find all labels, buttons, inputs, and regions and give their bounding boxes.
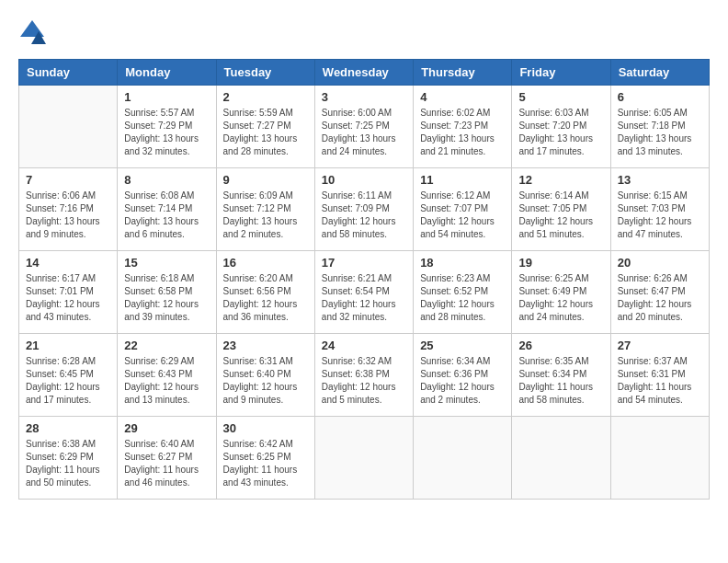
calendar-cell: 28Sunrise: 6:38 AMSunset: 6:29 PMDayligh… — [19, 417, 118, 500]
day-info: Sunrise: 6:40 AMSunset: 6:27 PMDaylight:… — [124, 438, 209, 489]
calendar-cell: 11Sunrise: 6:12 AMSunset: 7:07 PMDayligh… — [414, 168, 512, 251]
day-info: Sunrise: 6:20 AMSunset: 6:56 PMDaylight:… — [223, 272, 308, 324]
day-number: 5 — [518, 90, 603, 104]
svg-marker-0 — [20, 20, 44, 37]
weekday-header: Friday — [512, 60, 610, 86]
weekday-header: Thursday — [414, 60, 512, 86]
day-info: Sunrise: 6:28 AMSunset: 6:45 PMDaylight:… — [26, 355, 110, 407]
calendar-cell: 13Sunrise: 6:15 AMSunset: 7:03 PMDayligh… — [610, 168, 709, 251]
day-number: 29 — [124, 421, 209, 435]
calendar-cell — [512, 417, 610, 500]
day-info: Sunrise: 6:38 AMSunset: 6:29 PMDaylight:… — [26, 438, 110, 489]
day-number: 1 — [124, 90, 209, 104]
calendar-cell: 21Sunrise: 6:28 AMSunset: 6:45 PMDayligh… — [19, 334, 118, 417]
day-info: Sunrise: 6:34 AMSunset: 6:36 PMDaylight:… — [420, 355, 505, 407]
calendar-cell: 22Sunrise: 6:29 AMSunset: 6:43 PMDayligh… — [118, 334, 216, 417]
logo-icon — [18, 18, 46, 50]
calendar-cell — [610, 417, 709, 500]
calendar-cell: 25Sunrise: 6:34 AMSunset: 6:36 PMDayligh… — [414, 334, 512, 417]
day-number: 20 — [618, 256, 702, 270]
day-info: Sunrise: 6:37 AMSunset: 6:31 PMDaylight:… — [618, 355, 702, 407]
day-number: 12 — [518, 173, 603, 187]
day-info: Sunrise: 6:11 AMSunset: 7:09 PMDaylight:… — [322, 190, 406, 241]
day-number: 19 — [518, 256, 603, 270]
calendar-week-row: 28Sunrise: 6:38 AMSunset: 6:29 PMDayligh… — [19, 417, 710, 500]
calendar-week-row: 7Sunrise: 6:06 AMSunset: 7:16 PMDaylight… — [19, 168, 710, 251]
day-number: 28 — [26, 421, 110, 435]
calendar-table: SundayMondayTuesdayWednesdayThursdayFrid… — [18, 59, 710, 500]
calendar-cell: 18Sunrise: 6:23 AMSunset: 6:52 PMDayligh… — [414, 251, 512, 334]
calendar-cell: 26Sunrise: 6:35 AMSunset: 6:34 PMDayligh… — [512, 334, 610, 417]
calendar-cell: 27Sunrise: 6:37 AMSunset: 6:31 PMDayligh… — [610, 334, 709, 417]
calendar-cell: 23Sunrise: 6:31 AMSunset: 6:40 PMDayligh… — [216, 334, 314, 417]
day-info: Sunrise: 6:14 AMSunset: 7:05 PMDaylight:… — [518, 190, 603, 241]
day-info: Sunrise: 6:09 AMSunset: 7:12 PMDaylight:… — [223, 190, 308, 241]
calendar-cell: 2Sunrise: 5:59 AMSunset: 7:27 PMDaylight… — [216, 86, 314, 168]
day-info: Sunrise: 6:21 AMSunset: 6:54 PMDaylight:… — [322, 272, 406, 324]
day-info: Sunrise: 6:03 AMSunset: 7:20 PMDaylight:… — [518, 107, 603, 158]
day-number: 13 — [618, 173, 702, 187]
calendar-cell: 5Sunrise: 6:03 AMSunset: 7:20 PMDaylight… — [512, 86, 610, 168]
day-info: Sunrise: 5:59 AMSunset: 7:27 PMDaylight:… — [223, 107, 308, 158]
day-info: Sunrise: 5:57 AMSunset: 7:29 PMDaylight:… — [124, 107, 209, 158]
day-info: Sunrise: 6:05 AMSunset: 7:18 PMDaylight:… — [618, 107, 702, 158]
calendar-cell: 1Sunrise: 5:57 AMSunset: 7:29 PMDaylight… — [118, 86, 216, 168]
calendar-cell — [414, 417, 512, 500]
day-number: 14 — [26, 256, 110, 270]
day-number: 24 — [322, 339, 406, 352]
calendar-cell: 17Sunrise: 6:21 AMSunset: 6:54 PMDayligh… — [314, 251, 413, 334]
day-info: Sunrise: 6:02 AMSunset: 7:23 PMDaylight:… — [420, 107, 505, 158]
day-number: 22 — [124, 339, 209, 352]
day-number: 25 — [420, 339, 505, 352]
calendar-cell: 10Sunrise: 6:11 AMSunset: 7:09 PMDayligh… — [314, 168, 413, 251]
calendar-cell — [314, 417, 413, 500]
day-number: 4 — [420, 90, 505, 104]
logo — [18, 18, 50, 50]
weekday-header: Monday — [118, 60, 216, 86]
calendar-cell: 30Sunrise: 6:42 AMSunset: 6:25 PMDayligh… — [216, 417, 314, 500]
weekday-header: Saturday — [610, 60, 709, 86]
day-number: 10 — [322, 173, 406, 187]
day-info: Sunrise: 6:23 AMSunset: 6:52 PMDaylight:… — [420, 272, 505, 324]
calendar-cell: 14Sunrise: 6:17 AMSunset: 7:01 PMDayligh… — [19, 251, 118, 334]
day-info: Sunrise: 6:32 AMSunset: 6:38 PMDaylight:… — [322, 355, 406, 407]
calendar-cell: 9Sunrise: 6:09 AMSunset: 7:12 PMDaylight… — [216, 168, 314, 251]
day-info: Sunrise: 6:31 AMSunset: 6:40 PMDaylight:… — [223, 355, 308, 407]
day-info: Sunrise: 6:35 AMSunset: 6:34 PMDaylight:… — [518, 355, 603, 407]
day-number: 23 — [223, 339, 308, 352]
day-number: 30 — [223, 421, 308, 435]
calendar-cell: 6Sunrise: 6:05 AMSunset: 7:18 PMDaylight… — [610, 86, 709, 168]
page-header — [18, 18, 710, 50]
day-info: Sunrise: 6:08 AMSunset: 7:14 PMDaylight:… — [124, 190, 209, 241]
day-info: Sunrise: 6:06 AMSunset: 7:16 PMDaylight:… — [26, 190, 110, 241]
day-info: Sunrise: 6:29 AMSunset: 6:43 PMDaylight:… — [124, 355, 209, 407]
calendar-cell — [19, 86, 118, 168]
weekday-header: Sunday — [19, 60, 118, 86]
day-info: Sunrise: 6:25 AMSunset: 6:49 PMDaylight:… — [518, 272, 603, 324]
day-number: 18 — [420, 256, 505, 270]
day-number: 7 — [26, 173, 110, 187]
calendar-cell: 4Sunrise: 6:02 AMSunset: 7:23 PMDaylight… — [414, 86, 512, 168]
calendar-cell: 3Sunrise: 6:00 AMSunset: 7:25 PMDaylight… — [314, 86, 413, 168]
calendar-cell: 12Sunrise: 6:14 AMSunset: 7:05 PMDayligh… — [512, 168, 610, 251]
day-number: 6 — [618, 90, 702, 104]
calendar-header-row: SundayMondayTuesdayWednesdayThursdayFrid… — [19, 60, 710, 86]
day-number: 8 — [124, 173, 209, 187]
day-info: Sunrise: 6:15 AMSunset: 7:03 PMDaylight:… — [618, 190, 702, 241]
day-number: 27 — [618, 339, 702, 352]
calendar-week-row: 14Sunrise: 6:17 AMSunset: 7:01 PMDayligh… — [19, 251, 710, 334]
calendar-cell: 8Sunrise: 6:08 AMSunset: 7:14 PMDaylight… — [118, 168, 216, 251]
day-number: 15 — [124, 256, 209, 270]
day-info: Sunrise: 6:18 AMSunset: 6:58 PMDaylight:… — [124, 272, 209, 324]
day-number: 3 — [322, 90, 406, 104]
calendar-week-row: 1Sunrise: 5:57 AMSunset: 7:29 PMDaylight… — [19, 86, 710, 168]
day-info: Sunrise: 6:00 AMSunset: 7:25 PMDaylight:… — [322, 107, 406, 158]
calendar-week-row: 21Sunrise: 6:28 AMSunset: 6:45 PMDayligh… — [19, 334, 710, 417]
day-number: 11 — [420, 173, 505, 187]
day-info: Sunrise: 6:17 AMSunset: 7:01 PMDaylight:… — [26, 272, 110, 324]
day-info: Sunrise: 6:42 AMSunset: 6:25 PMDaylight:… — [223, 438, 308, 489]
calendar-cell: 20Sunrise: 6:26 AMSunset: 6:47 PMDayligh… — [610, 251, 709, 334]
day-number: 9 — [223, 173, 308, 187]
day-info: Sunrise: 6:12 AMSunset: 7:07 PMDaylight:… — [420, 190, 505, 241]
day-info: Sunrise: 6:26 AMSunset: 6:47 PMDaylight:… — [618, 272, 702, 324]
